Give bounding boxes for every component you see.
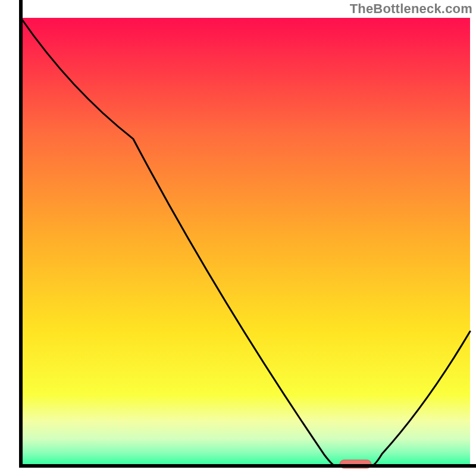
chart-svg	[0, 0, 476, 476]
plot-background	[21, 18, 470, 466]
chart-container: TheBottleneck.com	[0, 0, 476, 476]
